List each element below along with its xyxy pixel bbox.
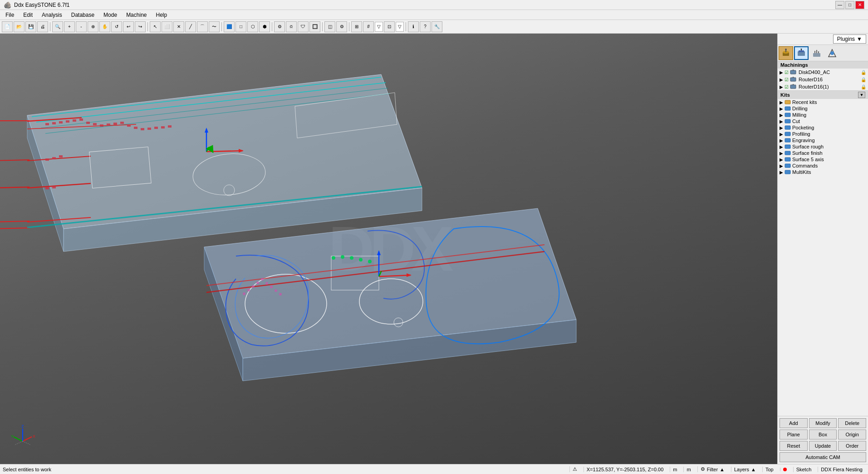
tb-redo[interactable]: ↪ xyxy=(135,21,146,32)
menu-help[interactable]: Help xyxy=(152,11,171,19)
kit-item-9[interactable]: ▶ Surface 5 axis xyxy=(778,156,868,163)
machining-label-1: RouterD16 xyxy=(799,77,823,82)
machining-item-2[interactable]: ▶ ☑ RouterD16(1) 🔒 xyxy=(778,83,868,90)
machining-item-0[interactable]: ▶ ☑ DiskD400_AC 🔒 xyxy=(778,69,868,76)
tb-perspective[interactable]: ⊡ xyxy=(384,21,395,32)
tb-print[interactable]: 🖨 xyxy=(37,21,48,32)
menu-analysis[interactable]: Analysis xyxy=(38,11,66,19)
kit-item-5[interactable]: ▶ Profiling xyxy=(778,131,868,137)
svg-rect-31 xyxy=(79,118,83,121)
tb-box-sel[interactable]: ⬜ xyxy=(162,21,172,32)
minimize-button[interactable]: — xyxy=(835,1,844,9)
reset-button[interactable]: Reset xyxy=(780,441,808,451)
menu-machine[interactable]: Machine xyxy=(123,11,150,19)
ri-button-3[interactable] xyxy=(809,46,824,60)
light-dropdown[interactable]: ▽ xyxy=(396,22,404,32)
tb-cam3[interactable]: 🛡 xyxy=(298,21,309,32)
box-button[interactable]: Box xyxy=(809,430,837,439)
tb-save[interactable]: 💾 xyxy=(25,21,36,32)
tb-info[interactable]: ℹ xyxy=(408,21,419,32)
svg-rect-39 xyxy=(134,127,137,129)
kit-expand-8: ▶ xyxy=(780,151,783,156)
tb-pan[interactable]: ✋ xyxy=(99,21,110,32)
kit-item-10[interactable]: ▶ Commands xyxy=(778,163,868,169)
kit-item-1[interactable]: ▶ Drilling xyxy=(778,105,868,112)
tb-rotate[interactable]: ↺ xyxy=(111,21,122,32)
kit-item-0[interactable]: ▶ Recent kits xyxy=(778,99,868,105)
svg-point-100 xyxy=(830,51,834,55)
tb-snap[interactable]: ⊞ xyxy=(351,21,362,32)
tb-cam1[interactable]: ⚙ xyxy=(274,21,285,32)
tb-help[interactable]: ? xyxy=(420,21,431,32)
tb-arc[interactable]: ⌒ xyxy=(197,21,208,32)
menu-file[interactable]: File xyxy=(2,11,18,19)
machining-item-1[interactable]: ▶ ☑ RouterD16 🔒 xyxy=(778,76,868,83)
kit-item-8[interactable]: ▶ Surface finish xyxy=(778,150,868,156)
tb-material[interactable]: ◫ xyxy=(324,21,335,32)
svg-line-85 xyxy=(23,441,31,445)
kit-item-7[interactable]: ▶ Surface rough xyxy=(778,143,868,150)
tb-tool[interactable]: 🔧 xyxy=(432,21,442,32)
tb-zoom-out[interactable]: - xyxy=(76,21,87,32)
close-button[interactable]: ✕ xyxy=(855,1,864,9)
kits-filter-icon[interactable]: ▼ xyxy=(858,92,865,98)
tb-view3d[interactable]: 🟦 xyxy=(224,21,235,32)
tb-view2d[interactable]: □ xyxy=(235,21,246,32)
svg-rect-114 xyxy=(785,145,790,148)
tb-grid[interactable]: # xyxy=(363,21,374,32)
view-dropdown[interactable]: ▽ xyxy=(375,22,383,32)
origin-button[interactable]: Origin xyxy=(838,430,866,439)
svg-rect-95 xyxy=(813,53,820,57)
tb-spline[interactable]: 〜 xyxy=(209,21,220,32)
kit-item-3[interactable]: ▶ Cut xyxy=(778,118,868,124)
maximize-button[interactable]: □ xyxy=(845,1,854,9)
tb-undo[interactable]: ↩ xyxy=(123,21,134,32)
tb-zoom-in[interactable]: + xyxy=(64,21,75,32)
tb-sep7 xyxy=(406,22,406,31)
svg-point-76 xyxy=(275,289,277,292)
right-icons xyxy=(778,45,868,61)
tb-settings[interactable]: ⚙ xyxy=(336,21,347,32)
tb-open[interactable]: 📂 xyxy=(14,21,25,32)
machinings-section: Machinings ▶ ☑ DiskD400_AC 🔒 ▶ ☑ R xyxy=(778,61,868,91)
kit-expand-11: ▶ xyxy=(780,170,783,175)
tb-zoom-sel[interactable]: ⊕ xyxy=(88,21,98,32)
ri-button-4[interactable] xyxy=(825,46,839,60)
menu-mode[interactable]: Mode xyxy=(100,11,121,19)
tb-solid[interactable]: ⬢ xyxy=(259,21,270,32)
tb-cam2[interactable]: ⛭ xyxy=(286,21,297,32)
viewport[interactable]: DDX xyxy=(0,34,777,464)
tb-cam4[interactable]: 🔲 xyxy=(309,21,320,32)
menu-edit[interactable]: Edit xyxy=(20,11,36,19)
ri-button-1[interactable] xyxy=(779,46,793,60)
status-layers[interactable]: Layers ▲ xyxy=(731,467,759,472)
menu-database[interactable]: Database xyxy=(68,11,98,19)
ri-button-2[interactable] xyxy=(794,46,809,60)
update-button[interactable]: Update xyxy=(809,441,837,451)
kit-item-11[interactable]: ▶ MultiKits xyxy=(778,169,868,175)
modify-button[interactable]: Modify xyxy=(809,418,837,428)
tb-point[interactable]: ✕ xyxy=(173,21,184,32)
tb-zoom-all[interactable]: 🔍 xyxy=(52,21,63,32)
kit-item-2[interactable]: ▶ Milling xyxy=(778,112,868,118)
svg-rect-47 xyxy=(59,155,63,158)
btn-row-3: Reset Update Order xyxy=(780,441,866,451)
tb-line[interactable]: ╱ xyxy=(185,21,196,32)
order-button[interactable]: Order xyxy=(838,441,866,451)
title-bar: 🪨 Ddx EasySTONE 6.7f1 — □ ✕ xyxy=(0,0,868,10)
tb-select[interactable]: ↖ xyxy=(150,21,161,32)
automatic-cam-button[interactable]: Automatic CAM xyxy=(780,452,866,462)
svg-rect-115 xyxy=(785,151,790,155)
kit-item-4[interactable]: ▶ Pocketing xyxy=(778,124,868,131)
kit-item-6[interactable]: ▶ Engraving xyxy=(778,137,868,143)
plugins-dropdown[interactable]: Plugins ▼ xyxy=(833,35,866,44)
tb-wireframe[interactable]: ⬡ xyxy=(247,21,258,32)
tb-new[interactable]: 📄 xyxy=(2,21,13,32)
delete-button[interactable]: Delete xyxy=(838,418,866,428)
plane-button[interactable]: Plane xyxy=(780,430,808,439)
add-button[interactable]: Add xyxy=(780,418,808,428)
status-unit-toggle[interactable]: m xyxy=(683,467,693,472)
status-unit: m xyxy=(670,467,680,472)
kit-icon-4 xyxy=(785,125,791,130)
kit-icon-10 xyxy=(785,163,791,168)
